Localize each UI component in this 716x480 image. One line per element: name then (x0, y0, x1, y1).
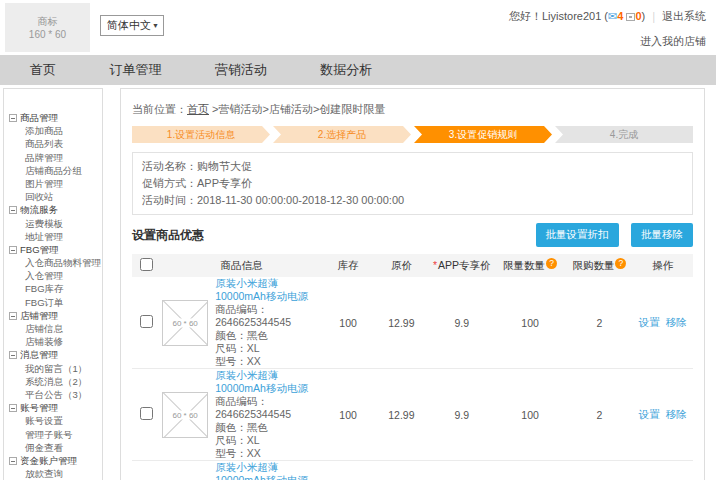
sidebar: 商品管理 添加商品 商品列表 品牌管理 店铺商品分组 图片管理 回收站 物流服务… (3, 88, 103, 480)
sidebar-item-sub-accounts[interactable]: 管理子账号 (4, 428, 102, 441)
sidebar-item-fbg-material[interactable]: 入仓商品物料管理 (4, 256, 102, 269)
logout-link[interactable]: 退出系统 (662, 10, 706, 22)
product-model: 型号：XX (215, 355, 261, 367)
activity-time-value: 2018-11-30 00:00:00-2018-12-30 00:00:00 (197, 194, 404, 206)
batch-discount-button[interactable]: 批量设置折扣 (536, 223, 619, 247)
batch-buttons: 批量设置折扣 批量移除 (528, 223, 693, 247)
logo-text-1: 商标 (38, 15, 58, 28)
limit-qty-value: 100 (494, 461, 566, 480)
product-title-link[interactable]: 原装小米超薄10000mAh移动电源 (215, 461, 323, 480)
username: Liyistore201 (542, 10, 601, 22)
step-1: 1.设置活动信息 (132, 126, 270, 143)
table-row: 60 * 60 原装小米超薄10000mAh移动电源 商品编码：26466253… (132, 369, 693, 461)
sidebar-item-loan-query[interactable]: 放款查询 (4, 467, 102, 480)
table-header-row: 商品信息 库存 原价 *APP专享价 限量数量? 限购数量? 操作 (132, 254, 693, 277)
help-icon[interactable]: ? (546, 258, 557, 269)
sidebar-item-commission[interactable]: 佣金查看 (4, 441, 102, 454)
app-price-value: 9.9 (430, 277, 494, 369)
sidebar-item-shop-deco[interactable]: 店铺装修 (4, 335, 102, 348)
select-all-checkbox[interactable] (140, 258, 153, 271)
logo-text-2: 160 * 60 (29, 28, 66, 41)
nav-item-analytics[interactable]: 数据分析 (320, 55, 372, 85)
sidebar-section-funds[interactable]: 资金账户管理 (20, 455, 77, 466)
product-code: 商品编码：2646625344545 (215, 395, 291, 420)
step-3-active: 3.设置促销规则 (414, 126, 552, 143)
sidebar-item-images[interactable]: 图片管理 (4, 177, 102, 190)
limit-qty-value: 100 (494, 277, 566, 369)
sidebar-item-shop-group[interactable]: 店铺商品分组 (4, 164, 102, 177)
mail-count[interactable]: 4 (617, 10, 623, 22)
product-title-link[interactable]: 原装小米超薄10000mAh移动电源 (215, 369, 323, 395)
app-price-value: 9.9 (430, 369, 494, 461)
mail-icon[interactable]: ✉ (608, 10, 617, 22)
sidebar-item-address[interactable]: 地址管理 (4, 230, 102, 243)
product-image-placeholder: 60 * 60 (162, 392, 208, 438)
row-checkbox[interactable] (140, 315, 153, 328)
product-size: 尺码：XL (215, 342, 259, 354)
required-mark: * (433, 259, 437, 271)
sidebar-item-sys-messages[interactable]: 系统消息（2） (4, 375, 102, 388)
nav-item-marketing[interactable]: 营销活动 (215, 55, 267, 85)
nav-item-home[interactable]: 首页 (30, 55, 56, 85)
sidebar-item-goods-list[interactable]: 商品列表 (4, 137, 102, 150)
product-cell: 60 * 60 原装小米超薄10000mAh移动电源 商品编码：26466253… (160, 461, 323, 480)
sidebar-item-fbg-orders[interactable]: FBG订单 (4, 296, 102, 309)
set-link[interactable]: 设置 (639, 316, 660, 328)
enter-shop-link[interactable]: 进入我的店铺 (640, 35, 706, 47)
sidebar-item-announcements[interactable]: 平台公告（3） (4, 388, 102, 401)
stock-value: 100 (323, 461, 373, 480)
set-link[interactable]: 设置 (639, 408, 660, 420)
sidebar-item-add-goods[interactable]: 添加商品 (4, 124, 102, 137)
sidebar-item-shop-info[interactable]: 店铺信息 (4, 322, 102, 335)
collapse-icon[interactable] (9, 114, 17, 122)
sidebar-item-recycle[interactable]: 回收站 (4, 190, 102, 203)
sidebar-item-freight[interactable]: 运费模板 (4, 217, 102, 230)
collapse-icon[interactable] (9, 312, 17, 320)
activity-name-value: 购物节大促 (197, 160, 252, 172)
sidebar-item-fbg-stock[interactable]: FBG库存 (4, 282, 102, 295)
batch-remove-button[interactable]: 批量移除 (631, 223, 693, 247)
message-icon[interactable] (626, 13, 635, 21)
language-select[interactable]: 简体中文 ▼ (100, 15, 164, 36)
collapse-icon[interactable] (9, 246, 17, 254)
stock-value: 100 (323, 277, 373, 369)
sidebar-section-goods[interactable]: 商品管理 (20, 112, 58, 123)
sidebar-section-shop[interactable]: 店铺管理 (20, 310, 58, 321)
paren-close: ) (642, 10, 646, 22)
sidebar-section-account[interactable]: 账号管理 (20, 402, 58, 413)
product-table: 商品信息 库存 原价 *APP专享价 限量数量? 限购数量? 操作 60 * 6… (132, 254, 693, 480)
remove-link[interactable]: 移除 (666, 408, 687, 420)
breadcrumb-trail: >营销活动>店铺活动>创建限时限量 (209, 103, 385, 115)
remove-link[interactable]: 移除 (666, 316, 687, 328)
col-product-info: 商品信息 (160, 254, 323, 277)
nav-item-orders[interactable]: 订单管理 (109, 55, 161, 85)
price-value: 12.99 (373, 461, 429, 480)
sidebar-section-logistics[interactable]: 物流服务 (20, 204, 58, 215)
collapse-icon[interactable] (9, 206, 17, 214)
sidebar-item-brand[interactable]: 品牌管理 (4, 151, 102, 164)
col-app-price: *APP专享价 (430, 254, 494, 277)
product-title-link[interactable]: 原装小米超薄10000mAh移动电源 (215, 277, 323, 303)
row-checkbox[interactable] (140, 407, 153, 420)
collapse-icon[interactable] (9, 457, 17, 465)
breadcrumb: 当前位置：首页 >营销活动>店铺活动>创建限时限量 (132, 89, 693, 117)
price-value: 12.99 (373, 369, 429, 461)
sidebar-item-fbg-inbound[interactable]: 入仓管理 (4, 269, 102, 282)
collapse-icon[interactable] (9, 404, 17, 412)
collapse-icon[interactable] (9, 351, 17, 359)
purchase-limit-value: 2 (566, 277, 632, 369)
sidebar-item-account-settings[interactable]: 账号设置 (4, 414, 102, 427)
breadcrumb-prefix: 当前位置： (132, 103, 187, 115)
top-header: 商标 160 * 60 简体中文 ▼ 您好！Liyistore201 (✉4 0… (0, 0, 716, 55)
col-stock: 库存 (323, 254, 373, 277)
sidebar-section-fbg[interactable]: FBG管理 (20, 244, 59, 255)
main-nav: 首页 订单管理 营销活动 数据分析 (0, 55, 716, 85)
breadcrumb-home-link[interactable]: 首页 (187, 103, 209, 115)
product-image-placeholder: 60 * 60 (162, 300, 208, 346)
sidebar-item-my-messages[interactable]: 我的留言（1） (4, 362, 102, 375)
help-icon[interactable]: ? (615, 258, 626, 269)
limit-qty-value: 100 (494, 369, 566, 461)
sidebar-section-message[interactable]: 消息管理 (20, 349, 58, 360)
table-row: 60 * 60 原装小米超薄10000mAh移动电源 商品编码：26466253… (132, 277, 693, 369)
activity-method-row: 促销方式：APP专享价 (142, 175, 683, 192)
